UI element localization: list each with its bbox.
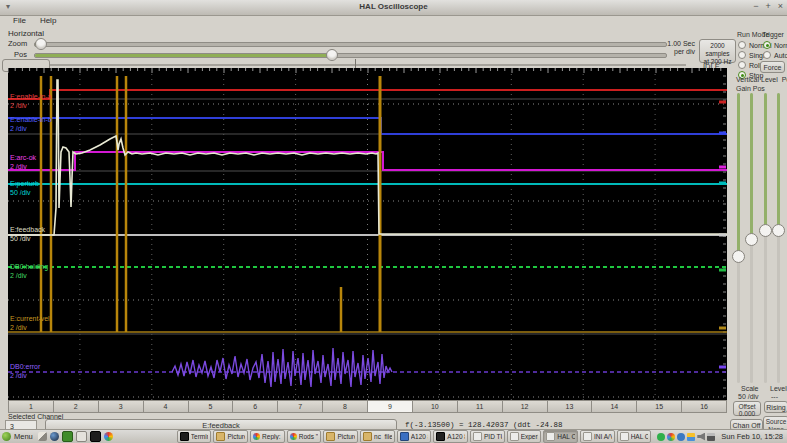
menu-help[interactable]: Help: [35, 15, 61, 27]
edit-icon[interactable]: [38, 432, 47, 441]
channel-tab-8[interactable]: 8: [323, 400, 368, 413]
tray-blue-icon[interactable]: [677, 433, 685, 441]
taskbar-window-experim-[interactable]: Experim...: [507, 430, 542, 443]
pos-slider-handle[interactable]: [326, 49, 338, 61]
vertical-pos-slider-handle[interactable]: [745, 233, 758, 246]
channel-tab-15[interactable]: 15: [637, 400, 682, 413]
channel-label-e-perturb: E:perturb 50 /div: [10, 179, 39, 197]
tray-chrome-icon[interactable]: [667, 433, 675, 441]
force-button[interactable]: Force: [760, 61, 785, 73]
vertical-label: Vertical: [736, 76, 759, 83]
taskbar-launchers: Menu: [2, 431, 113, 442]
zoom-slider-track[interactable]: [34, 42, 667, 47]
edge-marker: [719, 327, 726, 330]
trace-error-noise: [172, 348, 392, 387]
channel-tab-14[interactable]: 14: [592, 400, 637, 413]
channel-tab-10[interactable]: 10: [413, 400, 458, 413]
scale-value: 50 /div: [738, 393, 759, 400]
zoom-slider-handle[interactable]: [35, 38, 47, 50]
channel-tab-1[interactable]: 1: [8, 400, 54, 413]
radio-icon: [738, 41, 746, 49]
radio-icon: [738, 51, 746, 59]
vertical-pos-slider-fill: [750, 93, 753, 238]
taskbar-window-nc-files[interactable]: nc_files: [360, 430, 395, 443]
channel-tab-12[interactable]: 12: [503, 400, 548, 413]
trigger-option-normal[interactable]: Normal: [763, 40, 787, 50]
offset-button[interactable]: Offset0.000: [733, 401, 761, 416]
gain-slider-track[interactable]: [737, 93, 740, 383]
channel-tab-2[interactable]: 2: [54, 400, 99, 413]
channel-tab-7[interactable]: 7: [278, 400, 323, 413]
taskbar-window-label: HAL Osc...: [557, 433, 575, 440]
terminal-green-icon[interactable]: [62, 431, 73, 442]
trigger-pos-slider-track[interactable]: [777, 93, 780, 383]
taskbar-window-pictures[interactable]: Pictures: [213, 430, 248, 443]
taskbar-window-pictures[interactable]: Pictures: [323, 430, 358, 443]
chrome-icon[interactable]: [104, 432, 113, 441]
taskbar-window-a120-80-[interactable]: A120 80...: [433, 430, 468, 443]
taskbar: Menu TerminalPicturesReply: -...Rods "S.…: [0, 429, 787, 443]
terminal-icon: [180, 432, 189, 441]
channel-tab-6[interactable]: 6: [233, 400, 278, 413]
level-value: ---: [771, 393, 778, 400]
window-title: HAL Oscilloscope: [0, 2, 787, 11]
trigger-pos-slider-handle[interactable]: [772, 224, 785, 237]
edge-marker: [719, 269, 726, 272]
pos-slider-track[interactable]: [34, 53, 667, 58]
trigger-level-slider-handle[interactable]: [759, 224, 772, 237]
taskbar-window-reply-[interactable]: Reply: -...: [250, 430, 285, 443]
gain-slider-handle[interactable]: [732, 250, 745, 263]
channel-tab-4[interactable]: 4: [144, 400, 189, 413]
browser-icon[interactable]: [50, 432, 59, 441]
system-tray: [657, 433, 715, 441]
record-scrollbar-track[interactable]: [2, 64, 686, 66]
taskbar-window-hal-co-[interactable]: HAL Co...: [617, 430, 652, 443]
channel-label-e-enable-in-b: E:enable-in-b 2 /div: [10, 115, 52, 133]
taskbar-window-rods-s-[interactable]: Rods "S...: [287, 430, 322, 443]
rising-button[interactable]: Rising: [764, 401, 787, 413]
taskbar-window-pid-tune[interactable]: PID TUNE: [470, 430, 505, 443]
channel-tab-3[interactable]: 3: [99, 400, 144, 413]
network-signal-icon[interactable]: [707, 433, 715, 441]
tray-files-icon[interactable]: [687, 433, 695, 441]
edge-marker: [719, 366, 726, 369]
taskbar-menu-label[interactable]: Menu: [14, 432, 33, 441]
gain-slider-fill: [737, 93, 740, 255]
clock[interactable]: Sun Feb 10, 15:28: [721, 432, 783, 441]
minimize-button[interactable]: −: [753, 1, 758, 11]
volume-icon[interactable]: [697, 433, 705, 441]
channel-tab-16[interactable]: 16: [682, 400, 727, 413]
taskbar-window-ini-a-v[interactable]: INI A/V: [580, 430, 615, 443]
taskbar-window-label: Pictures: [337, 433, 355, 440]
taskbar-window-hal-osc-[interactable]: HAL Osc...: [543, 430, 578, 443]
trigger-level-pos-label: Level Pos: [761, 76, 787, 83]
channel-tab-11[interactable]: 11: [458, 400, 503, 413]
taskbar-window-a120-80-[interactable]: A120 80...: [397, 430, 432, 443]
file-manager-icon[interactable]: [76, 431, 87, 442]
menu-file[interactable]: File: [8, 15, 31, 27]
trigger-option-auto[interactable]: Auto: [763, 50, 787, 60]
app-icon: [620, 432, 629, 441]
taskbar-window-terminal[interactable]: Terminal: [177, 430, 212, 443]
time-per-div: 1.00 Secper div: [655, 40, 695, 56]
channel-tab-13[interactable]: 13: [548, 400, 593, 413]
tray-green-icon[interactable]: [657, 433, 665, 441]
maximize-button[interactable]: +: [765, 1, 770, 11]
taskbar-window-label: PID TUNE: [484, 433, 502, 440]
radio-icon: [738, 61, 746, 69]
menu-icon[interactable]: [2, 432, 11, 441]
horizontal-section-label: Horizontal: [8, 29, 44, 38]
scale-label: Scale: [741, 385, 759, 392]
trigger-option-label: Auto: [774, 52, 787, 59]
close-button[interactable]: ×: [778, 1, 783, 11]
trigger-level-slider-track[interactable]: [764, 93, 767, 383]
taskbar-window-label: Reply: -...: [262, 433, 282, 440]
samples-button[interactable]: 2000 samplesat 200 Hz: [699, 39, 736, 63]
channel-label-db0-error: DB0:error 2 /div: [10, 362, 40, 380]
menu-bar: FileHelp: [0, 15, 787, 27]
terminal-dark-icon[interactable]: [90, 431, 101, 442]
channel-tab-9[interactable]: 9: [368, 400, 413, 413]
channel-tab-5[interactable]: 5: [189, 400, 234, 413]
app-icon: [510, 432, 519, 441]
window-titlebar: ▾ HAL Oscilloscope − + ×: [0, 0, 787, 16]
